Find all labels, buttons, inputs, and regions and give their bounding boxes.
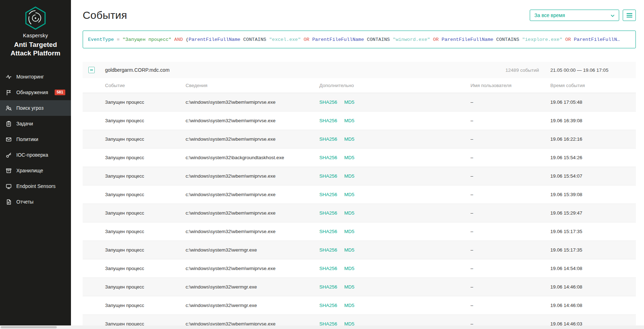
table-row[interactable]: Запущен процессc:\windows\system32\wbem\… — [83, 93, 636, 112]
hashes-cell: SHA256MD5 — [319, 229, 470, 234]
sha256-link[interactable]: SHA256 — [319, 118, 337, 123]
table-row[interactable]: Запущен процессc:\windows\system32\wermg… — [83, 241, 636, 259]
table-row[interactable]: Запущен процессc:\windows\system32\wbem\… — [83, 112, 636, 130]
event-cell: Запущен процесс — [105, 210, 186, 216]
brand-name: Kaspersky — [0, 33, 71, 38]
event-cell: Запущен процесс — [105, 136, 186, 142]
sidebar-item-tasks[interactable]: Задачи — [0, 116, 71, 131]
hamburger-icon — [627, 13, 632, 17]
table-row[interactable]: Запущен процессc:\windows\system32\wermg… — [83, 296, 636, 315]
horizontal-scrollbar-thumb[interactable] — [1, 326, 57, 328]
md5-link[interactable]: MD5 — [344, 136, 354, 142]
hashes-cell: SHA256MD5 — [319, 266, 470, 271]
md5-link[interactable]: MD5 — [344, 99, 354, 105]
sidebar-item-detections[interactable]: Обнаружения581 — [0, 85, 71, 100]
query-token: CONTAINS — [240, 37, 269, 42]
main-content: События За все время EventType = "Запуще… — [71, 0, 644, 329]
query-token: OR — [562, 37, 574, 42]
details-cell: c:\windows\system32\wbem\wmiprvse.exe — [186, 192, 319, 197]
time-range-value: За все время — [534, 12, 565, 18]
tasks-icon — [6, 121, 12, 127]
time-cell: 19.06 15:29:47 — [550, 210, 636, 216]
sha256-link[interactable]: SHA256 — [319, 284, 337, 290]
page-title: События — [83, 9, 127, 21]
sidebar-item-reports[interactable]: Отчеты — [0, 194, 71, 210]
event-cell: Запущен процесс — [105, 303, 186, 308]
policies-icon — [6, 136, 12, 142]
details-cell: c:\windows\system32\wbem\wmiprvse.exe — [186, 118, 319, 123]
user-cell: – — [470, 173, 550, 179]
sidebar-item-policies[interactable]: Политики — [0, 131, 71, 147]
column-header: Дополнительно — [319, 83, 470, 88]
sha256-link[interactable]: SHA256 — [319, 303, 337, 308]
md5-link[interactable]: MD5 — [344, 118, 354, 123]
sidebar: Kaspersky Anti Targeted Attack Platform … — [0, 0, 71, 329]
sidebar-item-storage[interactable]: Хранилище — [0, 163, 71, 178]
details-cell: c:\windows\system32\wermgr.exe — [186, 247, 319, 253]
detections-icon — [6, 90, 12, 96]
event-cell: Запущен процесс — [105, 192, 186, 197]
sidebar-item-label: IOC-проверка — [16, 152, 48, 158]
md5-link[interactable]: MD5 — [344, 266, 354, 271]
table-row[interactable]: Запущен процессc:\windows\system32\wermg… — [83, 278, 636, 296]
md5-link[interactable]: MD5 — [344, 155, 354, 160]
sidebar-nav: МониторингОбнаружения581Поиск угрозЗадач… — [0, 69, 71, 210]
query-input[interactable]: EventType = "Запущен процесс" AND (Paren… — [83, 31, 636, 48]
sidebar-item-threat-hunting[interactable]: Поиск угроз — [0, 100, 71, 116]
column-header: Событие — [105, 83, 186, 88]
sidebar-item-ioc-check[interactable]: IOC-проверка — [0, 147, 71, 163]
group-host-name: goldbergarm.CORP.mdc.com — [105, 67, 170, 73]
details-cell: c:\windows\system32\wermgr.exe — [186, 303, 319, 308]
table-row[interactable]: Запущен процессc:\windows\system32\wbem\… — [83, 259, 636, 278]
md5-link[interactable]: MD5 — [344, 192, 354, 197]
column-header: Сведения — [186, 83, 319, 88]
table-row[interactable]: Запущен процессc:\windows\system32\wbem\… — [83, 204, 636, 222]
sidebar-item-endpoint-sensors[interactable]: Endpoint Sensors — [0, 178, 71, 194]
monitoring-icon — [6, 74, 12, 80]
sha256-link[interactable]: SHA256 — [319, 229, 337, 234]
details-cell: c:\windows\system32\wbem\wmiprvse.exe — [186, 229, 319, 234]
md5-link[interactable]: MD5 — [344, 303, 354, 308]
details-cell: c:\windows\system32\wbem\wmiprvse.exe — [186, 210, 319, 216]
table-row[interactable]: Запущен процессc:\windows\system32\backg… — [83, 149, 636, 167]
event-cell: Запущен процесс — [105, 229, 186, 234]
chevron-down-icon — [611, 12, 615, 18]
md5-link[interactable]: MD5 — [344, 173, 354, 179]
sha256-link[interactable]: SHA256 — [319, 192, 337, 197]
md5-link[interactable]: MD5 — [344, 210, 354, 216]
md5-link[interactable]: MD5 — [344, 247, 354, 253]
sha256-link[interactable]: SHA256 — [319, 210, 337, 216]
ioc-check-icon — [6, 152, 12, 158]
sha256-link[interactable]: SHA256 — [319, 155, 337, 160]
table-row[interactable]: Запущен процессc:\windows\system32\wbem\… — [83, 167, 636, 185]
sha256-link[interactable]: SHA256 — [319, 266, 337, 271]
sha256-link[interactable]: SHA256 — [319, 136, 337, 142]
md5-link[interactable]: MD5 — [344, 229, 354, 234]
details-cell: c:\windows\system32\wbem\wmiprvse.exe — [186, 173, 319, 179]
query-token: "winword.exe" — [393, 37, 430, 42]
product-name: Anti Targeted Attack Platform — [9, 41, 62, 58]
sha256-link[interactable]: SHA256 — [319, 173, 337, 179]
hashes-cell: SHA256MD5 — [319, 136, 470, 142]
sha256-link[interactable]: SHA256 — [319, 99, 337, 105]
table-row[interactable]: Запущен процессc:\windows\system32\wbem\… — [83, 185, 636, 204]
horizontal-scrollbar[interactable] — [0, 325, 644, 329]
events-table-body: Запущен процессc:\windows\system32\wbem\… — [83, 93, 636, 329]
query-token: ( — [186, 37, 188, 42]
time-cell: 19.06 15:17:35 — [550, 229, 636, 234]
table-row[interactable]: Запущен процессc:\windows\system32\wbem\… — [83, 222, 636, 241]
table-settings-button[interactable] — [623, 10, 636, 21]
time-cell: 19.06 16:39:08 — [550, 118, 636, 123]
time-range-select[interactable]: За все время — [530, 10, 619, 21]
sidebar-item-monitoring[interactable]: Мониторинг — [0, 69, 71, 85]
collapse-group-button[interactable] — [88, 67, 95, 73]
query-token: EventType — [88, 37, 114, 42]
time-cell: 19.06 14:46:08 — [550, 284, 636, 290]
kaspersky-logo — [23, 6, 48, 31]
sha256-link[interactable]: SHA256 — [319, 247, 337, 253]
table-row[interactable]: Запущен процессc:\windows\system32\wbem\… — [83, 130, 636, 149]
hashes-cell: SHA256MD5 — [319, 192, 470, 197]
event-cell: Запущен процесс — [105, 173, 186, 179]
group-events-count: 12489 событий — [506, 68, 539, 73]
md5-link[interactable]: MD5 — [344, 284, 354, 290]
